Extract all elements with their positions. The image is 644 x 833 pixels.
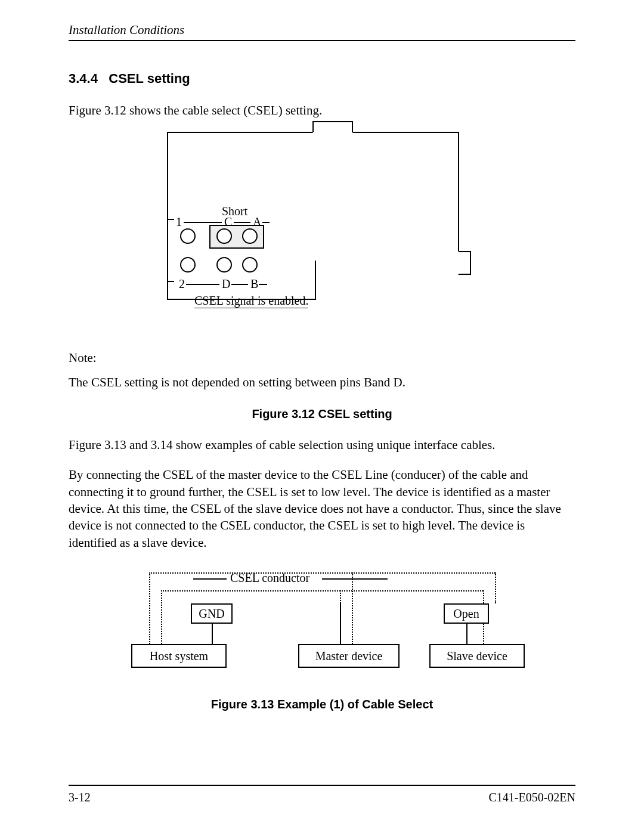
running-header: Installation Conditions [69,23,575,40]
label-line [186,284,219,285]
page: Installation Conditions 3.4.4 CSEL setti… [0,0,644,833]
outline-notch-top [312,121,353,133]
solid-line [340,603,341,644]
slave-device-label: Slave device [447,649,507,663]
note-label: Note: [69,349,575,366]
page-number: 3-12 [69,791,91,804]
edge-tick [168,219,174,220]
gnd-label: GND [199,607,224,621]
header-rule [69,40,575,41]
open-box: Open [444,603,489,624]
csel-enabled-label: CSEL signal is enabled. [194,294,308,308]
figure-3-13-caption: Figure 3.13 Example (1) of Cable Select [69,698,575,711]
csel-conductor-label: CSEL conductor [230,571,309,585]
dotted-line [149,572,150,644]
edge-tick [168,281,174,282]
pin-d-label: D [222,277,230,291]
body-paragraph: By connecting the CSEL of the master dev… [69,466,575,551]
outline-notch-right [458,251,471,275]
gnd-box: GND [191,603,233,624]
page-footer: 3-12 C141-E050-02EN [69,785,575,804]
label-line [193,578,227,580]
pin-b-label: B [250,277,258,291]
pin-2-label: 2 [179,277,185,291]
slave-device-box: Slave device [429,644,525,668]
label-line [231,284,248,285]
section-title: CSEL setting [109,71,190,86]
label-line [234,222,250,223]
dotted-line [352,572,353,644]
section-number: 3.4.4 [69,71,98,86]
label-line [322,578,388,580]
note-text: The CSEL setting is not depended on sett… [69,374,575,391]
document-id: C141-E050-02EN [488,791,575,804]
master-device-label: Master device [315,649,383,663]
solid-line [212,624,213,644]
dotted-line [340,590,341,603]
open-label: Open [453,607,479,621]
footer-rule [69,785,575,786]
pin-1-label: 1 [176,215,182,229]
host-system-label: Host system [150,649,208,663]
figure-3-12-diagram: Short 1 C A 2 D B CSEL signal is enabled… [167,132,471,326]
figure-3-13-diagram: CSEL conductor GND Open Host system Mast… [131,572,513,674]
section-heading: 3.4.4 CSEL setting [69,71,575,86]
intro-paragraph: Figure 3.12 shows the cable select (CSEL… [69,102,575,119]
label-line [262,222,270,223]
solid-line [466,624,467,644]
dotted-line [149,572,495,574]
label-line [184,222,222,223]
master-device-box: Master device [298,644,400,668]
dotted-line [495,572,496,603]
label-line [259,284,267,285]
figure-3-12-caption: Figure 3.12 CSEL setting [69,407,575,421]
dotted-line [161,590,162,644]
host-system-box: Host system [131,644,227,668]
body-paragraph: Figure 3.13 and 3.14 show examples of ca… [69,436,575,453]
dotted-line [161,590,483,592]
